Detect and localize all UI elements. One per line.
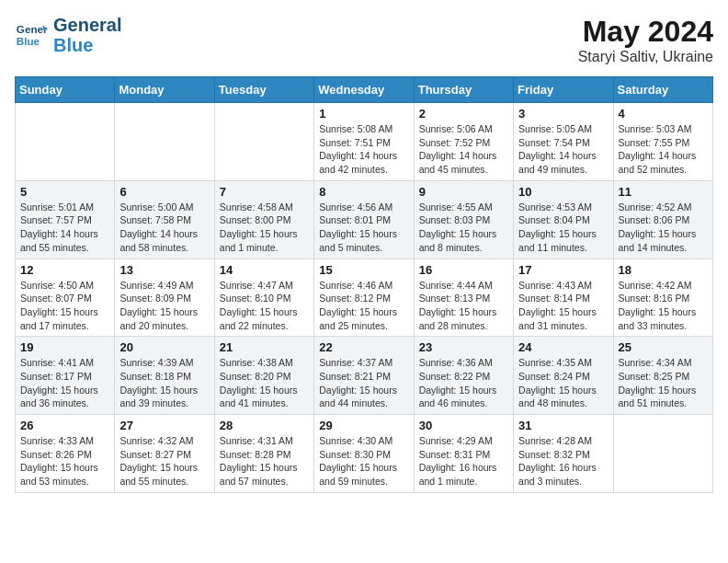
day-info: Sunrise: 4:31 AMSunset: 8:28 PMDaylight:… [220,434,309,488]
calendar-week-row: 26Sunrise: 4:33 AMSunset: 8:26 PMDayligh… [16,415,713,493]
day-number: 1 [319,107,408,121]
calendar-cell: 25Sunrise: 4:34 AMSunset: 8:25 PMDayligh… [613,337,712,415]
weekday-header-saturday: Saturday [613,77,712,103]
calendar-cell [613,415,712,493]
day-number: 15 [319,263,408,277]
day-info: Sunrise: 4:35 AMSunset: 8:24 PMDaylight:… [518,356,608,410]
day-info: Sunrise: 4:42 AMSunset: 8:16 PMDaylight:… [619,279,708,333]
day-number: 19 [20,340,109,354]
day-info: Sunrise: 4:30 AMSunset: 8:30 PMDaylight:… [319,434,408,488]
calendar-cell: 22Sunrise: 4:37 AMSunset: 8:21 PMDayligh… [314,337,414,415]
day-info: Sunrise: 4:55 AMSunset: 8:03 PMDaylight:… [419,201,508,255]
day-number: 24 [518,340,608,354]
day-number: 5 [20,185,109,199]
page-header: General Blue General Blue May 2024 Stary… [15,15,713,65]
calendar-cell: 3Sunrise: 5:05 AMSunset: 7:54 PMDaylight… [514,103,613,181]
calendar-cell: 20Sunrise: 4:39 AMSunset: 8:18 PMDayligh… [115,337,214,415]
day-info: Sunrise: 4:56 AMSunset: 8:01 PMDaylight:… [319,201,408,255]
day-info: Sunrise: 4:52 AMSunset: 8:06 PMDaylight:… [619,201,708,255]
day-info: Sunrise: 4:53 AMSunset: 8:04 PMDaylight:… [518,201,608,255]
day-info: Sunrise: 4:46 AMSunset: 8:12 PMDaylight:… [319,279,408,333]
day-info: Sunrise: 4:43 AMSunset: 8:14 PMDaylight:… [518,279,608,333]
day-number: 27 [119,419,209,432]
day-info: Sunrise: 5:00 AMSunset: 7:58 PMDaylight:… [119,201,209,255]
weekday-header-tuesday: Tuesday [214,77,313,103]
calendar-header-row: SundayMondayTuesdayWednesdayThursdayFrid… [16,77,713,103]
day-info: Sunrise: 4:36 AMSunset: 8:22 PMDaylight:… [419,356,508,410]
logo-blue-text: Blue [53,35,121,55]
day-number: 25 [619,340,708,354]
calendar-cell: 15Sunrise: 4:46 AMSunset: 8:12 PMDayligh… [314,259,414,337]
calendar-cell: 12Sunrise: 4:50 AMSunset: 8:07 PMDayligh… [16,259,115,337]
day-info: Sunrise: 5:08 AMSunset: 7:51 PMDaylight:… [319,122,408,177]
calendar-table: SundayMondayTuesdayWednesdayThursdayFrid… [15,76,713,493]
calendar-week-row: 19Sunrise: 4:41 AMSunset: 8:17 PMDayligh… [16,337,713,415]
day-info: Sunrise: 4:38 AMSunset: 8:20 PMDaylight:… [220,356,309,410]
calendar-week-row: 5Sunrise: 5:01 AMSunset: 7:57 PMDaylight… [16,180,713,259]
calendar-cell [16,103,115,181]
location: Staryi Saltiv, Ukraine [578,49,713,65]
calendar-cell: 10Sunrise: 4:53 AMSunset: 8:04 PMDayligh… [514,180,613,259]
day-number: 2 [419,107,508,121]
calendar-cell: 19Sunrise: 4:41 AMSunset: 8:17 PMDayligh… [16,337,115,415]
day-number: 6 [119,185,209,199]
calendar-cell: 5Sunrise: 5:01 AMSunset: 7:57 PMDaylight… [16,180,115,259]
calendar-cell: 6Sunrise: 5:00 AMSunset: 7:58 PMDaylight… [115,180,214,259]
logo: General Blue General Blue [15,15,121,55]
day-info: Sunrise: 4:29 AMSunset: 8:31 PMDaylight:… [419,434,508,488]
day-number: 31 [518,419,608,432]
day-info: Sunrise: 4:49 AMSunset: 8:09 PMDaylight:… [119,279,209,333]
calendar-cell: 29Sunrise: 4:30 AMSunset: 8:30 PMDayligh… [314,415,414,493]
logo-icon: General Blue [15,18,48,52]
day-number: 10 [518,185,608,199]
day-info: Sunrise: 4:50 AMSunset: 8:07 PMDaylight:… [20,279,109,333]
calendar-cell: 28Sunrise: 4:31 AMSunset: 8:28 PMDayligh… [214,415,313,493]
day-number: 21 [220,340,309,354]
weekday-header-thursday: Thursday [414,77,513,103]
calendar-cell: 4Sunrise: 5:03 AMSunset: 7:55 PMDaylight… [613,103,712,181]
day-number: 26 [20,419,109,432]
calendar-cell: 11Sunrise: 4:52 AMSunset: 8:06 PMDayligh… [613,180,712,259]
weekday-header-monday: Monday [115,77,214,103]
day-number: 17 [518,263,608,277]
day-info: Sunrise: 5:01 AMSunset: 7:57 PMDaylight:… [20,201,109,255]
day-number: 7 [220,185,309,199]
calendar-cell: 9Sunrise: 4:55 AMSunset: 8:03 PMDaylight… [414,180,513,259]
calendar-cell: 8Sunrise: 4:56 AMSunset: 8:01 PMDaylight… [314,180,414,259]
calendar-cell: 14Sunrise: 4:47 AMSunset: 8:10 PMDayligh… [214,259,313,337]
calendar-cell: 2Sunrise: 5:06 AMSunset: 7:52 PMDaylight… [414,103,513,181]
calendar-cell [115,103,214,181]
calendar-cell: 18Sunrise: 4:42 AMSunset: 8:16 PMDayligh… [613,259,712,337]
day-info: Sunrise: 4:39 AMSunset: 8:18 PMDaylight:… [119,356,209,410]
calendar-cell: 24Sunrise: 4:35 AMSunset: 8:24 PMDayligh… [514,337,613,415]
calendar-cell: 31Sunrise: 4:28 AMSunset: 8:32 PMDayligh… [514,415,613,493]
day-number: 30 [419,419,508,432]
day-number: 28 [220,419,309,432]
day-info: Sunrise: 4:28 AMSunset: 8:32 PMDaylight:… [518,434,608,488]
day-number: 3 [518,107,608,121]
calendar-cell: 26Sunrise: 4:33 AMSunset: 8:26 PMDayligh… [16,415,115,493]
day-number: 8 [319,185,408,199]
weekday-header-friday: Friday [514,77,613,103]
svg-text:Blue: Blue [17,35,40,47]
calendar-cell: 16Sunrise: 4:44 AMSunset: 8:13 PMDayligh… [414,259,513,337]
day-info: Sunrise: 4:41 AMSunset: 8:17 PMDaylight:… [20,356,109,410]
calendar-cell: 13Sunrise: 4:49 AMSunset: 8:09 PMDayligh… [115,259,214,337]
day-info: Sunrise: 4:32 AMSunset: 8:27 PMDaylight:… [119,434,209,488]
weekday-header-sunday: Sunday [16,77,115,103]
calendar-cell: 30Sunrise: 4:29 AMSunset: 8:31 PMDayligh… [414,415,513,493]
logo-general-text: General [53,15,121,35]
day-number: 16 [419,263,508,277]
calendar-week-row: 12Sunrise: 4:50 AMSunset: 8:07 PMDayligh… [16,259,713,337]
calendar-cell: 21Sunrise: 4:38 AMSunset: 8:20 PMDayligh… [214,337,313,415]
day-info: Sunrise: 5:05 AMSunset: 7:54 PMDaylight:… [518,122,608,177]
calendar-cell [214,103,313,181]
day-info: Sunrise: 4:47 AMSunset: 8:10 PMDaylight:… [220,279,309,333]
day-number: 18 [619,263,708,277]
day-number: 11 [619,185,708,199]
day-number: 20 [119,340,209,354]
title-block: May 2024 Staryi Saltiv, Ukraine [578,15,713,65]
day-info: Sunrise: 4:44 AMSunset: 8:13 PMDaylight:… [419,279,508,333]
day-number: 9 [419,185,508,199]
day-info: Sunrise: 4:33 AMSunset: 8:26 PMDaylight:… [20,434,109,488]
